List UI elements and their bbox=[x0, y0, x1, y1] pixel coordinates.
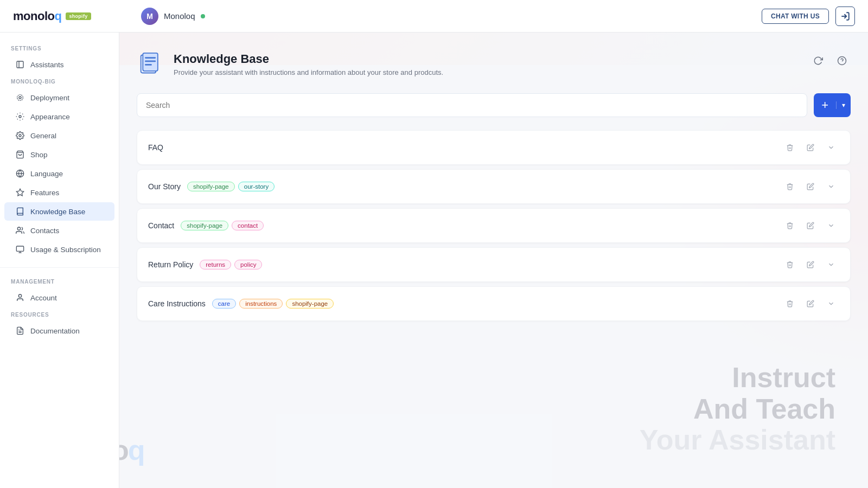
tag: our-story bbox=[238, 182, 275, 191]
shopify-badge: shopify bbox=[66, 12, 91, 20]
svg-rect-20 bbox=[145, 57, 156, 59]
sidebar-bottom: MANAGEMENT Account RESOURCES bbox=[0, 267, 119, 340]
delete-button[interactable] bbox=[782, 217, 798, 234]
management-label: MANAGEMENT bbox=[0, 274, 119, 288]
kb-item: Care Instructionscareinstructionsshopify… bbox=[137, 286, 851, 321]
features-icon bbox=[15, 188, 25, 197]
tags-row: careinstructionsshopify-page bbox=[212, 299, 334, 309]
kb-item-actions bbox=[782, 256, 839, 273]
delete-button[interactable] bbox=[782, 296, 798, 312]
sidebar-item-documentation[interactable]: Documentation bbox=[4, 322, 114, 340]
expand-button[interactable] bbox=[823, 178, 839, 195]
add-chevron-icon: ▾ bbox=[836, 101, 851, 109]
delete-button[interactable] bbox=[782, 178, 798, 195]
assistants-icon bbox=[15, 60, 25, 69]
sidebar-item-features[interactable]: Features bbox=[4, 183, 114, 202]
svg-point-4 bbox=[17, 95, 23, 101]
knowledge-base-icon bbox=[15, 207, 25, 216]
tag: policy bbox=[234, 260, 262, 269]
page-title: Knowledge Base bbox=[174, 52, 443, 66]
add-button[interactable]: + ▾ bbox=[814, 93, 851, 117]
edit-button[interactable] bbox=[802, 139, 819, 156]
kb-list: FAQOur Storyshopify-pageour-storyContact… bbox=[137, 130, 851, 321]
usage-label: Usage & Subscription bbox=[30, 246, 101, 254]
topbar-right: CHAT WITH US bbox=[762, 7, 855, 26]
sidebar-item-knowledge-base[interactable]: Knowledge Base bbox=[4, 202, 114, 221]
svg-point-15 bbox=[18, 294, 21, 297]
sidebar-item-usage[interactable]: Usage & Subscription bbox=[4, 240, 114, 259]
user-name: Monoloq bbox=[164, 11, 195, 21]
expand-button[interactable] bbox=[823, 296, 839, 312]
knowledge-base-label: Knowledge Base bbox=[30, 208, 85, 216]
kb-item: Return Policyreturnspolicy bbox=[137, 247, 851, 282]
shop-label: Shop bbox=[30, 151, 48, 159]
header-actions bbox=[809, 52, 851, 69]
appearance-label: Appearance bbox=[30, 113, 70, 121]
tag: instructions bbox=[239, 299, 283, 309]
sidebar-item-appearance[interactable]: Appearance bbox=[4, 107, 114, 126]
delete-button[interactable] bbox=[782, 139, 798, 156]
logo-text: monoloq bbox=[13, 9, 61, 23]
sidebar-item-account[interactable]: Account bbox=[4, 288, 114, 307]
kb-item: Contactshopify-pagecontact bbox=[137, 208, 851, 243]
language-icon bbox=[15, 169, 25, 178]
kb-item-actions bbox=[782, 139, 839, 156]
usage-icon bbox=[15, 245, 25, 254]
page-subtitle: Provide your assistant with instructions… bbox=[174, 68, 443, 76]
appearance-icon bbox=[15, 112, 25, 121]
sidebar-item-language[interactable]: Language bbox=[4, 164, 114, 183]
search-input-wrap bbox=[137, 93, 807, 117]
documentation-label: Documentation bbox=[30, 327, 80, 335]
chat-with-us-button[interactable]: CHAT WITH US bbox=[762, 9, 829, 24]
expand-button[interactable] bbox=[823, 256, 839, 273]
documentation-icon bbox=[15, 326, 25, 336]
kb-item-title: Our Story bbox=[148, 182, 181, 191]
logo-area: monoloq shopify bbox=[13, 9, 132, 23]
kb-item-title: Care Instructions bbox=[148, 299, 206, 308]
edit-button[interactable] bbox=[802, 217, 819, 234]
knowledge-base-header-icon bbox=[137, 50, 165, 78]
resources-label: RESOURCES bbox=[0, 307, 119, 321]
expand-button[interactable] bbox=[823, 139, 839, 156]
delete-button[interactable] bbox=[782, 256, 798, 273]
deployment-label: Deployment bbox=[30, 94, 69, 102]
kb-item: Our Storyshopify-pageour-story bbox=[137, 169, 851, 204]
edit-button[interactable] bbox=[802, 296, 819, 312]
svg-rect-12 bbox=[16, 246, 23, 251]
login-icon[interactable] bbox=[835, 7, 855, 26]
features-label: Features bbox=[30, 189, 59, 197]
avatar: M bbox=[141, 8, 158, 25]
refresh-button[interactable] bbox=[809, 52, 827, 69]
page-header: Knowledge Base Provide your assistant wi… bbox=[137, 50, 851, 78]
sidebar-item-assistants[interactable]: Assistants bbox=[4, 55, 114, 74]
tag: returns bbox=[200, 260, 231, 269]
kb-item-title: FAQ bbox=[148, 143, 163, 152]
svg-rect-22 bbox=[145, 64, 152, 66]
sidebar-item-deployment[interactable]: Deployment bbox=[4, 88, 114, 107]
contacts-icon bbox=[15, 226, 25, 235]
online-indicator bbox=[201, 14, 205, 18]
kb-item-left: Contactshopify-pagecontact bbox=[148, 221, 264, 230]
tag: care bbox=[212, 299, 236, 309]
sidebar-item-shop[interactable]: Shop bbox=[4, 145, 114, 164]
kb-item-title: Contact bbox=[148, 221, 174, 230]
search-input[interactable] bbox=[137, 93, 807, 117]
expand-button[interactable] bbox=[823, 217, 839, 234]
sidebar-item-general[interactable]: General bbox=[4, 126, 114, 145]
topbar-center: M Monoloq bbox=[141, 8, 753, 25]
kb-item-left: Care Instructionscareinstructionsshopify… bbox=[148, 299, 334, 309]
edit-button[interactable] bbox=[802, 178, 819, 195]
sidebar-item-contacts[interactable]: Contacts bbox=[4, 221, 114, 240]
monoloq-big-label: MONOLOQ-BIG bbox=[0, 74, 119, 88]
kb-item-title: Return Policy bbox=[148, 260, 193, 269]
deployment-icon bbox=[15, 93, 25, 102]
svg-point-5 bbox=[19, 115, 21, 118]
assistants-label: Assistants bbox=[30, 61, 64, 69]
sidebar: SETTINGS Assistants MONOLOQ-BIG bbox=[0, 33, 119, 488]
page-title-wrap: Knowledge Base Provide your assistant wi… bbox=[174, 52, 443, 76]
kb-item-left: FAQ bbox=[148, 143, 170, 152]
help-button[interactable] bbox=[833, 52, 851, 69]
topbar: monoloq shopify M Monoloq CHAT WITH US bbox=[0, 0, 868, 33]
edit-button[interactable] bbox=[802, 256, 819, 273]
kb-item-actions bbox=[782, 296, 839, 312]
